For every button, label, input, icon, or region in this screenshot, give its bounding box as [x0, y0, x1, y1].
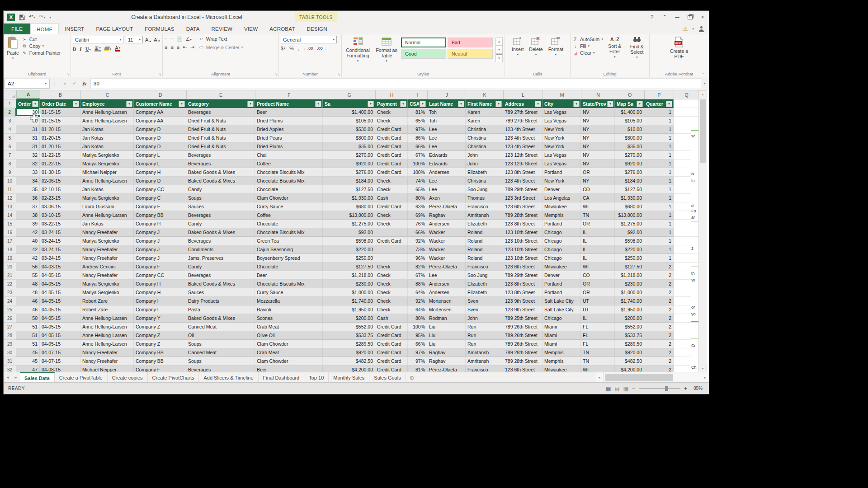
cell[interactable]: 123 10th Street [503, 245, 542, 254]
cell[interactable]: Beverages [186, 237, 255, 245]
cell[interactable]: 04-05-15 [40, 305, 80, 314]
row-header-25[interactable]: 25 [4, 305, 16, 314]
row-header-3[interactable]: 3 [4, 117, 16, 125]
cell[interactable]: Check [375, 288, 408, 297]
selected-cell[interactable]: 30 [16, 108, 40, 117]
cell[interactable]: Chocolate Biscuits Mix [255, 280, 323, 288]
cell[interactable]: Edwards [427, 151, 466, 160]
cell[interactable]: Company D [134, 142, 186, 151]
table-header-category[interactable]: Category▼ [186, 99, 255, 108]
cell[interactable]: Chocolate [255, 185, 323, 194]
filter-button[interactable]: ▼ [637, 101, 643, 107]
undo-button[interactable]: ↶▾ [29, 14, 35, 20]
comma-style-button[interactable]: , [298, 46, 299, 51]
cell[interactable]: 04-05-15 [40, 271, 80, 280]
cell[interactable]: Chicago [542, 245, 581, 254]
cell[interactable] [674, 99, 699, 108]
row-header-28[interactable]: 28 [4, 331, 16, 340]
cell[interactable]: 40 [16, 237, 40, 245]
cell[interactable] [674, 228, 699, 237]
page-break-view-button[interactable]: ▥ [623, 385, 628, 392]
cell[interactable]: 100% [408, 323, 427, 331]
cell[interactable]: Rodman [427, 314, 466, 323]
cell[interactable]: 97% [408, 357, 427, 366]
cell[interactable]: Michael Neipper [80, 366, 134, 372]
cell[interactable]: $530.00 [323, 125, 375, 134]
cell[interactable]: Edwards [427, 160, 466, 168]
borders-button[interactable]: ⊞▾ [94, 46, 101, 52]
cell[interactable]: NV [581, 151, 615, 160]
cell[interactable]: FL [581, 323, 615, 331]
cut-button[interactable]: ✂Cut [22, 37, 61, 42]
cell[interactable]: Wacker [427, 228, 466, 237]
table-header-map-sa[interactable]: Map Sa▼ [615, 99, 644, 108]
cell[interactable]: 03-24-15 [40, 254, 80, 263]
cell[interactable]: 31 [16, 142, 40, 151]
new-sheet-button[interactable]: ⊕ [406, 372, 418, 383]
row-header-21[interactable]: 21 [4, 271, 16, 280]
cell[interactable]: NY [581, 125, 615, 134]
cell[interactable]: Thomas [466, 194, 503, 202]
cell[interactable]: Credit Card [375, 134, 408, 142]
row-header-17[interactable]: 17 [4, 237, 16, 245]
cell[interactable]: 51 [16, 331, 40, 340]
cell[interactable]: Cash [375, 194, 408, 202]
column-header-N[interactable]: N [581, 90, 615, 99]
cell[interactable]: Baked Goods & Mixes [186, 314, 255, 323]
font-size-select[interactable]: 11▾ [126, 36, 143, 43]
cell[interactable]: Company F [134, 263, 186, 271]
font-color-button[interactable]: A▾ [115, 46, 120, 52]
cell[interactable]: 123 6th Street [503, 202, 542, 211]
cell[interactable]: $1,275.00 [615, 220, 644, 228]
cell[interactable]: Check [375, 271, 408, 280]
font-dialog-launcher[interactable]: ↘ [158, 72, 161, 76]
cell[interactable]: New York [542, 142, 581, 151]
cell[interactable]: 123 9th Street [503, 297, 542, 305]
cell[interactable]: WI [581, 202, 615, 211]
cell[interactable]: WI [581, 366, 615, 372]
cell[interactable]: 69% [408, 211, 427, 220]
cell[interactable]: Lee [427, 125, 466, 134]
scroll-down-button[interactable]: ▼ [699, 365, 707, 372]
row-header-8[interactable]: 8 [4, 160, 16, 168]
table-header-employee[interactable]: Employee▼ [80, 99, 134, 108]
cell[interactable]: Liu [427, 340, 466, 348]
decrease-indent-button[interactable]: ⇤ [183, 44, 187, 50]
middle-align-button[interactable]: ≡ [170, 36, 173, 42]
cell[interactable]: Milwaukee [542, 366, 581, 372]
cell[interactable]: 03-06-15 [40, 202, 80, 211]
scroll-up-button[interactable]: ▲ [699, 90, 707, 98]
notification-warning-icon[interactable]: ⚠ [683, 26, 688, 32]
cell[interactable]: Mariya Sergienko [80, 194, 134, 202]
name-box-dropdown-arrow[interactable]: ▾ [45, 82, 47, 85]
number-format-select[interactable]: General▾ [281, 36, 337, 43]
row-header-15[interactable]: 15 [4, 220, 16, 228]
cell[interactable]: 789 28th Street [503, 357, 542, 366]
cell[interactable]: 789 27th Street [503, 117, 542, 125]
column-header-B[interactable]: B [40, 90, 81, 99]
cell[interactable]: 123 3rd Street [503, 194, 542, 202]
table-header-last-name[interactable]: Last Name▼ [427, 99, 466, 108]
row-header-22[interactable]: 22 [4, 280, 16, 288]
row-header-32[interactable]: 32 [4, 366, 16, 372]
cell[interactable]: 04-05-15 [40, 297, 80, 305]
cell[interactable]: Christina [466, 142, 503, 151]
row-header-20[interactable]: 20 [4, 263, 16, 271]
cell[interactable]: Liu [427, 323, 466, 331]
cell[interactable]: Pérez-Olaeta [427, 202, 466, 211]
cell[interactable]: Jan Kotas [80, 142, 134, 151]
cell[interactable]: WI [581, 263, 615, 271]
insert-dropdown-arrow[interactable]: ▾ [517, 53, 519, 56]
cell[interactable]: 97% [408, 125, 427, 134]
cell[interactable] [674, 117, 699, 125]
align-right-button[interactable]: ≡ [177, 45, 179, 50]
cell[interactable]: Amritansh [466, 211, 503, 220]
cell[interactable]: 66% [408, 142, 427, 151]
cell[interactable]: 123 4th Street [503, 125, 542, 134]
cell[interactable]: $250.00 [323, 254, 375, 263]
cell[interactable]: 63% [408, 202, 427, 211]
cell[interactable]: 64% [408, 288, 427, 297]
cell[interactable]: Denver [542, 271, 581, 280]
cell[interactable]: $920.00 [615, 348, 644, 357]
fill-dropdown-arrow[interactable]: ▾ [588, 44, 590, 48]
